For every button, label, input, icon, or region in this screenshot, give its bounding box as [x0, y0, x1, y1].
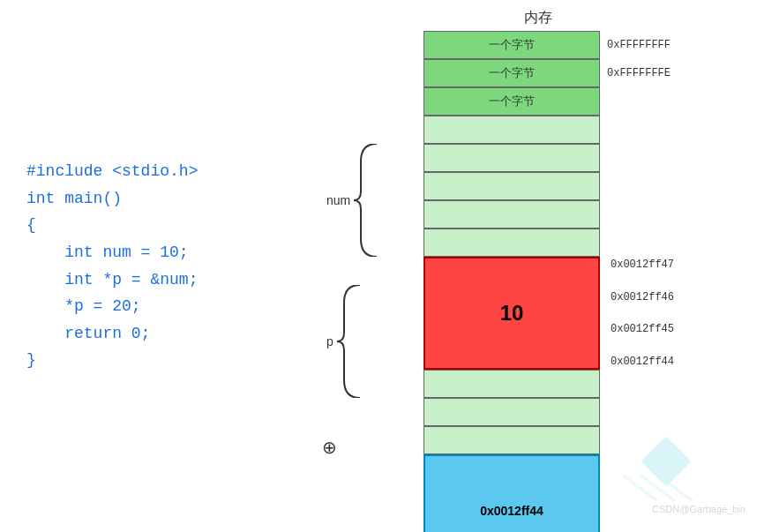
code-panel: #include <stdio.h> int main() { int num … [0, 0, 371, 532]
memory-row-5 [423, 172, 600, 200]
num-label: num [326, 193, 350, 207]
memory-title: 内存 [450, 9, 626, 27]
code-line-6: *p = 20; [26, 293, 344, 320]
addr-5 [603, 172, 709, 200]
memory-row-4 [423, 144, 600, 172]
memory-row-3 [423, 116, 600, 144]
code-line-3: { [26, 212, 344, 239]
memory-row-12 [423, 370, 600, 398]
addr-8: 0x0012ff47 [607, 259, 709, 271]
memory-column: 一个字节 一个字节 一个字节 10 [423, 31, 600, 532]
addr-10: 0x0012ff45 [607, 323, 709, 335]
addr-11: 0x0012ff44 [607, 356, 709, 368]
addr-12 [603, 370, 709, 398]
memory-row-6 [423, 200, 600, 229]
memory-row-1: 一个字节 [423, 59, 600, 87]
addr-column: 0xFFFFFFFF 0xFFFFFFFE 0x0012ff47 0x0012f… [603, 31, 709, 532]
memory-row-7 [423, 229, 600, 257]
addr-6 [603, 200, 709, 229]
memory-grid: num p 一个字节 [371, 31, 709, 532]
addr-9: 0x0012ff46 [607, 291, 709, 303]
memory-row-p: 0x0012ff44 [423, 454, 600, 532]
memory-row-0: 一个字节 [423, 31, 600, 59]
addr-1: 0xFFFFFFFE [603, 59, 709, 87]
addr-0: 0xFFFFFFFF [603, 31, 709, 59]
p-brace-svg [335, 285, 362, 398]
p-brace: p [326, 285, 362, 398]
code-line-8: } [26, 347, 344, 374]
addr-7 [603, 229, 709, 257]
brace-area: num p [371, 31, 423, 532]
addr-4 [603, 144, 709, 172]
addr-14 [603, 426, 709, 454]
code-line-7: return 0; [26, 320, 344, 348]
memory-row-13 [423, 398, 600, 426]
addr-13 [603, 398, 709, 426]
memory-row-14 [423, 426, 600, 454]
addr-num-group: 0x0012ff47 0x0012ff46 0x0012ff45 0x0012f… [603, 257, 709, 370]
main-container: #include <stdio.h> int main() { int num … [0, 0, 772, 532]
code-line-2: int main() [26, 185, 344, 213]
addr-3 [603, 116, 709, 144]
code-line-4: int num = 10; [26, 239, 344, 266]
memory-row-2: 一个字节 [423, 87, 600, 116]
cursor-crosshair: ⊕ [322, 437, 337, 458]
memory-row-num: 10 [423, 257, 600, 370]
addr-p-group [603, 454, 709, 532]
code-block: #include <stdio.h> int main() { int num … [26, 158, 344, 374]
code-line-5: int *p = &num; [26, 266, 344, 294]
num-brace-svg [352, 144, 379, 257]
num-brace: num [326, 144, 379, 257]
memory-panel: 内存 num p [371, 0, 772, 532]
addr-2 [603, 87, 709, 116]
code-line-1: #include <stdio.h> [26, 158, 344, 185]
p-label: p [326, 334, 334, 348]
